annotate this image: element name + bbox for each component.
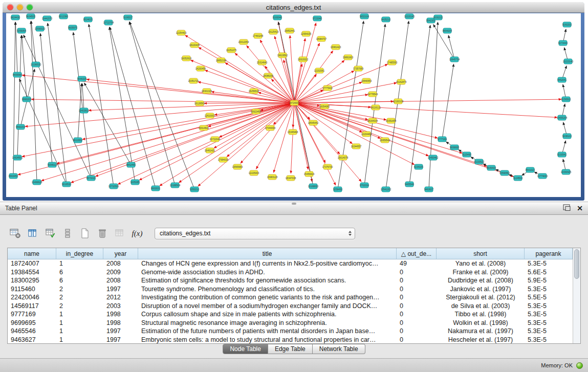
window-titlebar[interactable]: citations_edges.txt [3,2,584,13]
network-node[interactable]: 10450462 [428,155,439,160]
network-node[interactable]: 9777169 [438,137,447,142]
network-node[interactable]: 10196530 [31,62,41,67]
network-node[interactable]: 9350210 [190,187,199,192]
network-node[interactable]: 16961423 [331,45,341,50]
memory-indicator[interactable] [576,362,583,369]
network-node[interactable]: 16052616 [181,56,192,61]
network-node[interactable]: 8852465 [126,162,136,167]
network-node[interactable]: 8936404 [487,165,496,170]
table-row[interactable]: 911546021997Tourette syndrome. Phenomeno… [8,285,573,294]
column-header-year[interactable]: year [103,248,138,259]
network-node[interactable]: 10722704 [103,20,114,25]
network-node[interactable]: 16983128 [267,174,278,180]
network-node[interactable]: 8655580 [13,72,22,77]
column-header-title[interactable]: title [138,248,397,259]
network-node[interactable]: 16054082 [319,104,330,109]
network-node[interactable]: 8230542 [557,152,567,157]
column-header-short[interactable]: short [437,248,525,259]
network-node[interactable]: 12610007 [205,113,215,118]
table-options-button[interactable] [8,226,23,240]
network-node[interactable]: 12204462 [361,132,372,137]
network-node[interactable]: 9106527 [123,15,133,20]
network-node[interactable]: 16344557 [351,144,362,149]
network-node[interactable]: 8570020 [86,176,96,181]
network-node[interactable]: 8663031 [151,186,160,191]
network-node[interactable]: 20722046 [210,137,221,142]
minimize-window-button[interactable] [17,4,23,10]
table-row[interactable]: 2242004622012Investigating the contribut… [8,293,573,302]
table-scrollbar[interactable] [573,248,580,343]
network-node[interactable]: 16251075 [226,48,237,53]
network-node[interactable]: 19923457 [251,109,262,114]
network-node[interactable]: 8012386 [59,14,68,19]
network-node[interactable]: 9258450 [333,187,342,192]
network-node[interactable]: 8524025 [83,17,93,22]
network-node[interactable]: 17044094 [265,125,276,130]
network-node[interactable]: 10168830 [308,184,319,189]
table-row[interactable]: 946362711997Embryonic stem cells: a mode… [8,336,573,344]
network-node[interactable]: 8541023 [526,167,535,172]
network-canvas[interactable]: 1872400712254403182204351605261614200456… [6,13,581,197]
network-node[interactable]: 9634505 [26,14,35,19]
network-node[interactable]: 15345468 [288,129,298,135]
network-node[interactable]: 9605975 [68,25,77,30]
network-node[interactable]: 12225003 [249,170,259,176]
network-node[interactable]: 18852199 [216,58,227,63]
network-node[interactable]: 9465546 [405,182,414,187]
table-row[interactable]: 1456911722003Disruption of a novel membe… [8,302,573,311]
network-node[interactable]: 10634501 [12,155,23,160]
network-node[interactable]: 19914822 [199,125,209,130]
table-selector-dropdown[interactable]: citations_edges.txt [155,228,355,239]
network-node[interactable]: 9652104 [360,14,369,19]
tab-network-table[interactable]: Network Table [313,344,365,354]
network-node[interactable]: 18347038 [286,176,296,181]
table-row[interactable]: 1938455462009Genome-wide association stu… [8,268,573,277]
network-node[interactable]: 19351654 [386,118,397,123]
network-node[interactable]: 18301325 [202,89,212,94]
network-node[interactable]: 20351720 [188,78,199,83]
network-node[interactable]: 10330425 [561,169,572,174]
network-node[interactable]: 9205285 [130,180,140,185]
network-graph[interactable]: 1872400712254403182204351605261614200456… [6,13,581,197]
network-node[interactable]: 9038103 [562,134,572,139]
network-node[interactable]: 19565683 [232,164,243,169]
close-panel-icon[interactable]: ✕ [577,205,583,212]
network-node[interactable]: 19861603 [343,55,354,60]
zoom-window-button[interactable] [27,4,33,10]
network-node[interactable]: 17485593 [387,60,398,65]
network-node[interactable]: 17463248 [253,33,264,38]
table-row[interactable]: 969969511998Structural magnetic resonanc… [8,319,573,327]
network-node[interactable]: 8610950 [73,138,82,143]
network-node[interactable]: 16116121 [371,105,381,110]
network-node[interactable]: 10590562 [499,170,510,176]
network-node[interactable]: 9124504 [513,176,522,181]
network-node[interactable]: 17357069 [353,66,364,71]
network-node[interactable]: 18088256 [263,73,274,78]
delete-icon[interactable] [95,226,110,240]
network-node[interactable]: 8435210 [381,17,390,22]
function-builder-button[interactable]: f(x) [130,226,144,240]
network-node[interactable]: 12160108 [393,99,404,104]
network-node[interactable]: 10441570 [42,16,53,21]
network-node[interactable]: 18220435 [189,42,200,48]
network-node[interactable]: 18724007 [289,100,300,105]
import-table-button[interactable] [43,226,57,240]
network-node[interactable]: 16852441 [285,28,295,33]
network-node[interactable]: 16919322 [298,57,309,62]
network-node[interactable]: 19125419 [268,29,279,34]
network-node[interactable]: 14200456 [195,66,206,71]
network-node[interactable]: 9560154 [16,124,25,129]
import-file-button[interactable] [113,226,127,240]
network-node[interactable]: 10188504 [170,183,181,188]
network-node[interactable]: 9330215 [433,15,443,20]
network-node[interactable]: 10233522 [474,159,485,164]
network-node[interactable]: 17994016 [218,157,229,162]
row-options-button[interactable] [60,226,75,240]
network-node[interactable]: 19778549 [367,92,378,97]
network-node[interactable]: 10541202 [381,187,391,192]
network-node[interactable]: 18164034 [367,118,378,123]
table-row[interactable]: 946554611997Estimation of the future num… [8,327,573,336]
column-header-pagerank[interactable]: pagerank [525,248,573,259]
network-node[interactable]: 16959543 [380,138,390,143]
tab-edge-table[interactable]: Edge Table [268,344,313,354]
